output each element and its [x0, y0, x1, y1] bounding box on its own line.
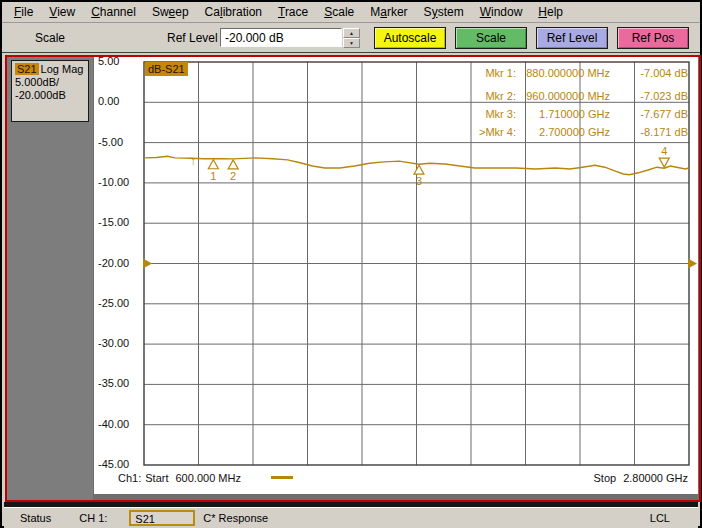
- trace-format-label: Log Mag: [41, 63, 84, 75]
- toolbar-context-label: Scale: [35, 31, 65, 45]
- ref-level-input[interactable]: [220, 28, 342, 47]
- marker-readout-value: -8.171 dB: [610, 126, 688, 138]
- trace-parameter-tag: S21: [15, 63, 39, 75]
- y-axis-label: -20.00: [98, 257, 129, 269]
- menu-item-help[interactable]: Help: [530, 3, 571, 21]
- trace-arrow-indicator: ↑: [190, 154, 196, 168]
- grid-lines: [144, 62, 689, 465]
- ref-level-spinner[interactable]: ▲ ▼: [343, 28, 360, 47]
- toolbar-buttons: AutoscaleScaleRef LevelRef Pos: [374, 27, 698, 49]
- vna-app-window: FileViewChannelSweepCalibrationTraceScal…: [0, 0, 702, 528]
- menu-item-window[interactable]: Window: [472, 3, 531, 21]
- marker-readout-row: Mkr 1:880.000000 MHz-7.004 dB: [452, 67, 688, 79]
- ref-pos-button[interactable]: Ref Pos: [617, 27, 689, 49]
- y-axis-label: -45.00: [98, 458, 129, 470]
- toolbar: Scale Ref Level ▲ ▼ AutoscaleScaleRef Le…: [2, 23, 700, 53]
- menu-item-file[interactable]: File: [6, 3, 41, 21]
- marker-readout-label: Mkr 1:: [452, 67, 516, 79]
- y-axis-label: -30.00: [98, 337, 129, 349]
- trace-status-sidebar: S21Log Mag 5.000dB/ -20.000dB: [7, 57, 93, 500]
- trace-ref-level-label: -20.000dB: [15, 89, 85, 102]
- menu-item-system[interactable]: System: [416, 3, 472, 21]
- scale-button[interactable]: Scale: [455, 27, 527, 49]
- menu-item-trace[interactable]: Trace: [270, 3, 316, 21]
- ref-level-arrow-right[interactable]: [688, 259, 697, 269]
- y-axis-label: -15.00: [98, 216, 129, 228]
- y-axis-label: 0.00: [98, 95, 119, 107]
- marker-2-number: 2: [230, 170, 236, 182]
- menu-bar: FileViewChannelSweepCalibrationTraceScal…: [2, 2, 700, 23]
- menu-item-scale[interactable]: Scale: [316, 3, 362, 21]
- display-area: S21Log Mag 5.000dB/ -20.000dB 1234↑ 5.00…: [5, 55, 701, 502]
- stimulus-start-label: Start: [145, 472, 168, 484]
- ref-level-button[interactable]: Ref Level: [536, 27, 608, 49]
- ref-level-field-group: ▲ ▼: [220, 28, 360, 47]
- marker-readout-label: Mkr 3:: [452, 108, 516, 120]
- spinner-up-icon[interactable]: ▲: [343, 28, 360, 38]
- trace-color-swatch: [271, 476, 293, 479]
- menu-item-channel[interactable]: Channel: [83, 3, 144, 21]
- plot-panel: 1234↑ 5.000.00-5.00-10.00-15.00-20.00-25…: [94, 57, 698, 494]
- marker-2-symbol[interactable]: [228, 160, 238, 169]
- stimulus-channel-label: Ch1:: [118, 472, 141, 484]
- trace-scale-label: 5.000dB/: [15, 76, 85, 89]
- ref-level-arrow-left[interactable]: [143, 259, 152, 269]
- marker-1-number: 1: [210, 170, 216, 182]
- marker-3-symbol[interactable]: [414, 165, 424, 174]
- y-axis-label: -25.00: [98, 297, 129, 309]
- marker-readout-row: Mkr 3:1.710000 GHz-7.677 dB: [452, 108, 688, 120]
- marker-4-symbol[interactable]: [659, 158, 669, 167]
- y-axis-label: -40.00: [98, 418, 129, 430]
- menu-item-sweep[interactable]: Sweep: [144, 3, 197, 21]
- plot-grid: 1234↑: [94, 57, 698, 494]
- marker-readout-value: -7.677 dB: [610, 108, 688, 120]
- marker-readout-frequency: 2.700000 GHz: [516, 126, 610, 138]
- menu-item-marker[interactable]: Marker: [362, 3, 415, 21]
- marker-readout-label: Mkr 2:: [452, 90, 516, 102]
- autoscale-button[interactable]: Autoscale: [374, 27, 446, 49]
- marker-readout-row: Mkr 2:960.000000 MHz-7.023 dB: [452, 90, 688, 102]
- marker-readout-label: >Mkr 4:: [452, 126, 516, 138]
- cal-status-label: C* Response: [203, 512, 268, 524]
- menu-item-view[interactable]: View: [41, 3, 83, 21]
- stimulus-start-value: 600.000 MHz: [175, 472, 240, 484]
- marker-readout-frequency: 1.710000 GHz: [516, 108, 610, 120]
- marker-readout-frequency: 960.000000 MHz: [516, 90, 610, 102]
- ref-level-label: Ref Level: [167, 31, 218, 45]
- stimulus-stop-label: Stop: [594, 472, 617, 484]
- y-axis-label: -10.00: [98, 176, 129, 188]
- menu-item-calibration[interactable]: Calibration: [197, 3, 270, 21]
- status-bar: Status CH 1: S21 C* Response LCL: [4, 507, 698, 528]
- y-axis-label: -5.00: [98, 136, 123, 148]
- stimulus-row: Ch1: Start 600.000 MHz Stop 2.80000 GHz: [118, 470, 688, 485]
- status-channel-label: CH 1:: [79, 512, 107, 524]
- marker-3-number: 3: [416, 175, 422, 187]
- trace-label-tag: dB-S21: [145, 62, 188, 76]
- marker-readout-frequency: 880.000000 MHz: [516, 67, 610, 79]
- y-axis-label: 5.00: [98, 55, 119, 67]
- status-measurement-box[interactable]: S21: [129, 510, 195, 526]
- control-mode-label: LCL: [650, 512, 670, 524]
- status-label: Status: [20, 512, 51, 524]
- trace-status-box[interactable]: S21Log Mag 5.000dB/ -20.000dB: [11, 60, 89, 122]
- spinner-down-icon[interactable]: ▼: [343, 38, 360, 48]
- marker-1-symbol[interactable]: [208, 160, 218, 169]
- y-axis-label: -35.00: [98, 377, 129, 389]
- marker-readout-value: -7.023 dB: [610, 90, 688, 102]
- marker-readout-value: -7.004 dB: [610, 67, 688, 79]
- marker-readout-row: >Mkr 4:2.700000 GHz-8.171 dB: [452, 126, 688, 138]
- marker-4-number: 4: [661, 145, 667, 157]
- trace-param-line: S21Log Mag: [15, 63, 85, 76]
- stimulus-stop-value: 2.80000 GHz: [623, 472, 688, 484]
